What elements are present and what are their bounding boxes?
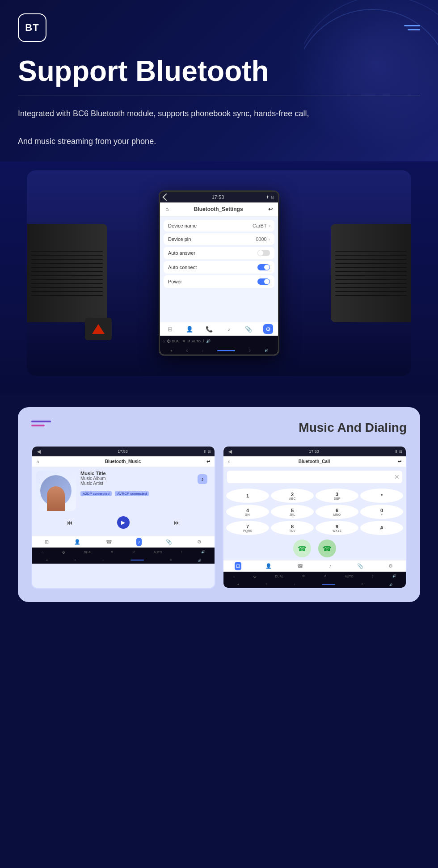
dial-key-4[interactable]: 4 GHI	[226, 505, 269, 519]
music-nav-phone[interactable]: ☎	[105, 538, 114, 546]
bt-logo: BT	[18, 13, 46, 42]
power-row: Power	[164, 275, 274, 288]
pb-0: 0	[75, 559, 76, 561]
play-button[interactable]: ▶	[117, 516, 130, 529]
vent-line	[335, 287, 407, 288]
dial-clear-icon[interactable]: ✕	[394, 473, 400, 480]
nav-contacts-icon[interactable]: 👤	[185, 324, 194, 334]
hazard-button[interactable]	[85, 318, 112, 340]
music-home-icon[interactable]: ⌂	[37, 459, 39, 464]
vent-line	[335, 279, 407, 280]
bottom-note-icon: ♪	[202, 349, 204, 352]
status-icons: ⬆ ⊡	[266, 195, 274, 199]
dial-sys-bar: ⌂ ⏻ DUAL ❄ ↺ AUTO ⤴ 🔊	[223, 572, 406, 581]
auto-answer-row: Auto answer	[164, 247, 274, 259]
car-left-vent	[27, 224, 107, 322]
car-image-wrapper: 17:53 ⬆ ⊡ ⌂ Bluetooth_Settings ↩ Device	[27, 170, 411, 376]
nav-settings-icon[interactable]: ⚙	[263, 324, 273, 334]
key-main: 1	[246, 493, 249, 498]
title-divider	[18, 96, 420, 96]
dial-key-7[interactable]: 7 PQRS	[226, 521, 269, 535]
dial-nav-music[interactable]: ♪	[328, 562, 333, 570]
bottom-num2: 0	[249, 349, 251, 352]
nav-music-icon[interactable]: ♪	[224, 324, 234, 334]
music-controls: ⏮ ▶ ⏭	[36, 513, 211, 532]
power-toggle[interactable]	[257, 278, 270, 285]
dial-key-0[interactable]: 0 +	[360, 505, 403, 519]
dial-key-hash[interactable]: #	[360, 521, 403, 535]
dial-key-2[interactable]: 2 ABC	[271, 489, 314, 503]
key-main: 8	[291, 524, 294, 529]
nav-phone-icon[interactable]: 📞	[204, 324, 214, 334]
key-main: #	[380, 525, 383, 531]
auto-connect-toggle[interactable]	[257, 264, 270, 270]
tablet-screen: 17:53 ⬆ ⊡ ⌂ Bluetooth_Settings ↩ Device	[159, 190, 279, 356]
music-back-icon: ◄	[36, 448, 42, 455]
dpb-vol: 🔊	[389, 583, 392, 586]
nav-grid-icon[interactable]: ⊞	[165, 324, 175, 334]
page-title: Support Bluetooth	[18, 55, 420, 87]
dial-status-icons: ⬆ ⊡	[395, 450, 402, 454]
back-icon[interactable]: ↩	[268, 206, 273, 212]
menu-button[interactable]	[404, 25, 420, 30]
vent-line	[335, 271, 407, 272]
music-nav-contacts[interactable]: 👤	[73, 538, 82, 546]
dial-key-8[interactable]: 8 TUV	[271, 521, 314, 535]
power-sys-icon: ⏻	[167, 339, 170, 343]
dial-keypad: 1 2 ABC 3 DEF * 4	[223, 487, 406, 537]
answer-call-button[interactable]: ☎	[318, 539, 336, 557]
next-button[interactable]: ⏭	[174, 519, 180, 526]
screen-title: Bluetooth_Settings	[194, 206, 243, 212]
key-main: 2	[291, 492, 294, 497]
key-sub: MNO	[333, 513, 341, 516]
key-sub: PQRS	[243, 529, 252, 532]
music-status-icons: ⬆ ⊡	[203, 450, 211, 454]
dial-key-6[interactable]: 6 MNO	[316, 505, 358, 519]
music-progress-bar: ◄ 0 ♪ 0 🔊	[32, 556, 215, 564]
home-icon[interactable]: ⌂	[165, 206, 168, 212]
music-sys-bar: ⌂ ⏻ DUAL ❄ ↺ AUTO ⤴ 🔊	[32, 548, 215, 556]
dial-nav-grid[interactable]: ⊞	[235, 562, 241, 570]
sys-signal: ⤴	[181, 551, 182, 554]
dial-key-9[interactable]: 9 WXYZ	[316, 521, 358, 535]
auto-connect-label: Auto connect	[168, 265, 197, 270]
dial-nav-phone[interactable]: ☎	[296, 562, 305, 570]
dsys-vol: 🔊	[392, 574, 396, 578]
music-info: Music Title Music Album Music Artist A2D…	[80, 471, 211, 497]
dial-key-3[interactable]: 3 DEF	[316, 489, 358, 503]
key-main: *	[381, 493, 383, 498]
dial-key-star[interactable]: *	[360, 489, 403, 503]
dial-nav-settings[interactable]: ⚙	[387, 562, 394, 570]
device-name-row[interactable]: Device name CarBT ›	[164, 220, 274, 232]
music-nav-settings[interactable]: ⚙	[196, 538, 203, 546]
key-main: 0	[380, 508, 383, 513]
vent-line	[335, 295, 407, 296]
music-player-content: Music Title Music Album Music Artist A2D…	[36, 471, 211, 511]
music-screen: ◄ 17:53 ⬆ ⊡ ⌂ Bluetooth_Music ↩ ♪	[31, 446, 215, 589]
car-section: 17:53 ⬆ ⊡ ⌂ Bluetooth_Settings ↩ Device	[0, 161, 438, 394]
system-bar: ⌂ ⏻ DUAL ❄ ↺ AUTO ⤴ 🔊	[160, 336, 278, 346]
sys-dual: DUAL	[84, 551, 93, 554]
end-call-button[interactable]: ☎	[293, 539, 311, 557]
a2dp-badge: A2DP connected	[80, 491, 112, 496]
dial-progress-bar: ◄ 0 ♪ 0 🔊	[223, 581, 406, 588]
vent-line	[335, 267, 407, 268]
dial-key-1[interactable]: 1	[226, 489, 269, 503]
home-sys-icon: ⌂	[163, 339, 165, 343]
music-nav-clip[interactable]: 📎	[164, 538, 173, 546]
prev-button[interactable]: ⏮	[67, 519, 73, 526]
music-line-1	[31, 421, 51, 422]
dial-input-field[interactable]: ✕	[227, 471, 402, 483]
auto-answer-toggle[interactable]	[257, 250, 270, 256]
music-back-btn[interactable]: ↩	[206, 459, 210, 464]
dial-home-icon[interactable]: ⌂	[228, 459, 231, 464]
music-nav-music[interactable]: ♪	[136, 538, 142, 546]
dial-nav-contacts[interactable]: 👤	[264, 562, 273, 570]
music-nav-grid[interactable]: ⊞	[43, 538, 50, 546]
dial-key-5[interactable]: 5 JKL	[271, 505, 314, 519]
dial-nav-clip[interactable]: 📎	[356, 562, 365, 570]
vent-line	[335, 263, 407, 264]
device-pin-row[interactable]: Device pin 0000 ›	[164, 233, 274, 245]
nav-clip-icon[interactable]: 📎	[244, 324, 253, 334]
dial-back-btn[interactable]: ↩	[398, 459, 401, 464]
